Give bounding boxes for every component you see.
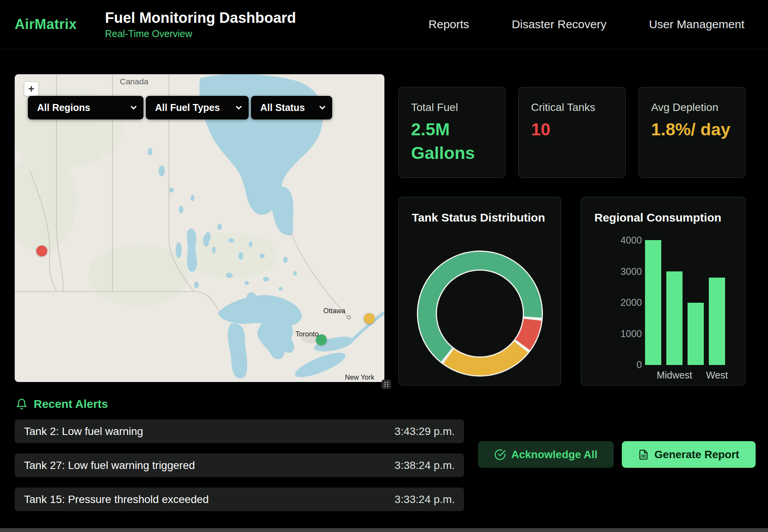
generate-report-button[interactable]: Generate Report [622, 441, 756, 468]
chevron-down-icon [319, 104, 326, 110]
stat-card-avg-depletion: Avg Depletion 1.8%/ day [638, 87, 746, 178]
stat-label: Total Fuel [411, 101, 493, 114]
charts-row: Tank Status Distribution Regional Consum… [398, 197, 746, 385]
bar-chart-plot [645, 240, 726, 365]
stat-value: 10 [531, 118, 613, 141]
alert-list: Tank 2: Low fuel warning 3:43:29 p.m. Ta… [15, 419, 464, 522]
y-tick: 1000 [620, 328, 642, 339]
consumption-bar-3 [688, 303, 704, 365]
alert-timestamp: 3:38:24 p.m. [394, 459, 455, 472]
bar-chart-y-axis: 4000 3000 2000 1000 0 [589, 235, 642, 370]
map-label-new-york: New York [345, 373, 375, 381]
document-icon [638, 449, 649, 460]
acknowledge-all-button[interactable]: Acknowledge All [478, 441, 614, 468]
map-panel: Canada Ottawa Toronto New York + All Reg… [15, 74, 384, 382]
map-filter-bar: All Regions All Fuel Types All Status [28, 96, 332, 119]
nav-reports[interactable]: Reports [428, 18, 469, 31]
consumption-bar-west [709, 278, 725, 365]
y-tick: 2000 [620, 297, 642, 308]
nav-user-management[interactable]: User Management [649, 18, 744, 31]
alert-message: Tank 27: Low fuel warning triggered [24, 459, 195, 472]
consumption-bar-midwest [666, 271, 683, 365]
alert-row[interactable]: Tank 15: Pressure threshold exceeded 3:3… [15, 488, 464, 511]
status-filter-label: All Status [260, 102, 305, 113]
alert-timestamp: 3:43:29 p.m. [394, 425, 455, 438]
stats-row: Total Fuel 2.5M Gallons Critical Tanks 1… [398, 87, 746, 178]
stat-card-critical-tanks: Critical Tanks 10 [518, 87, 625, 178]
x-tick: Midwest [657, 370, 692, 381]
y-tick: 3000 [620, 266, 642, 277]
consumption-bar-1 [645, 240, 661, 365]
regions-filter-dropdown[interactable]: All Regions [28, 96, 143, 119]
alert-message: Tank 2: Low fuel warning [24, 425, 143, 438]
generate-report-label: Generate Report [654, 448, 739, 461]
stat-card-total-fuel: Total Fuel 2.5M Gallons [398, 87, 505, 178]
title-block: Fuel Monitoring Dashboard Real-Time Over… [105, 10, 296, 39]
fuel-types-filter-label: All Fuel Types [155, 102, 220, 113]
bell-icon [16, 398, 27, 410]
main-nav: Reports Disaster Recovery User Managemen… [428, 18, 744, 31]
header: AirMatrix Fuel Monitoring Dashboard Real… [0, 0, 768, 49]
check-circle-icon [494, 449, 506, 460]
recent-alerts-title: Recent Alerts [34, 397, 108, 411]
status-filter-dropdown[interactable]: All Status [251, 96, 332, 119]
chevron-down-icon [236, 104, 242, 110]
map-canvas[interactable]: Canada Ottawa Toronto New York [15, 74, 384, 382]
bottom-bar [0, 528, 768, 532]
map-label-ottawa: Ottawa [323, 307, 346, 315]
tank-status-donut-chart [414, 248, 546, 379]
y-tick: 0 [637, 359, 642, 370]
alert-row[interactable]: Tank 2: Low fuel warning 3:43:29 p.m. [15, 419, 464, 443]
stat-value: 1.8%/ day [651, 118, 733, 141]
stat-value: 2.5M Gallons [411, 118, 493, 165]
alert-timestamp: 3:33:24 p.m. [394, 493, 455, 506]
map-marker-critical[interactable] [36, 246, 47, 256]
map-label-toronto: Toronto [295, 330, 319, 338]
alert-message: Tank 15: Pressure threshold exceeded [24, 493, 209, 506]
bar-chart-x-axis: Midwest West [645, 370, 726, 381]
fuel-types-filter-dropdown[interactable]: All Fuel Types [146, 96, 249, 119]
alert-actions: Acknowledge All Generate Report [478, 441, 756, 468]
regions-filter-label: All Regions [37, 102, 90, 113]
x-tick: West [706, 370, 728, 381]
tank-status-distribution-card: Tank Status Distribution [398, 197, 561, 385]
stat-label: Critical Tanks [531, 101, 613, 114]
recent-alerts-heading: Recent Alerts [16, 397, 108, 411]
map-zoom-in-button[interactable]: + [24, 82, 38, 96]
map-city-dot-ottawa [347, 316, 350, 319]
page-subtitle: Real-Time Overview [105, 28, 296, 39]
y-tick: 4000 [620, 235, 642, 246]
chevron-down-icon [131, 104, 137, 110]
acknowledge-all-label: Acknowledge All [511, 448, 597, 461]
map-marker-normal[interactable] [316, 334, 327, 345]
resize-grip-handle[interactable] [382, 380, 391, 389]
alert-row[interactable]: Tank 27: Low fuel warning triggered 3:38… [15, 454, 464, 477]
chart-title: Regional Consumption [594, 211, 732, 224]
nav-disaster-recovery[interactable]: Disaster Recovery [512, 18, 606, 31]
map-label-canada: Canada [120, 77, 148, 86]
map-marker-warning[interactable] [364, 313, 375, 324]
regional-consumption-card: Regional Consumption 4000 3000 2000 1000… [581, 197, 746, 385]
page-title: Fuel Monitoring Dashboard [105, 10, 296, 26]
grip-dots-icon [382, 380, 390, 388]
brand-logo[interactable]: AirMatrix [15, 16, 77, 32]
chart-title: Tank Status Distribution [412, 211, 548, 224]
stat-label: Avg Depletion [651, 101, 733, 114]
